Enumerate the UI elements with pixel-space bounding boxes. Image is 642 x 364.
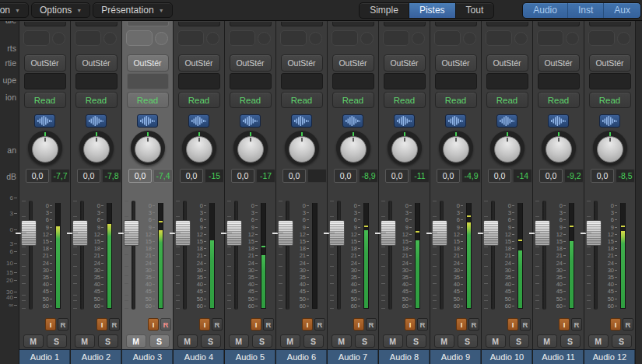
send-slot[interactable] xyxy=(332,30,358,46)
track-icon-button[interactable] xyxy=(240,114,261,128)
setting-slot[interactable] xyxy=(332,22,374,26)
automation-mode-button[interactable]: Read xyxy=(384,92,426,108)
record-enable-button[interactable]: R xyxy=(263,318,274,331)
send-knob[interactable] xyxy=(617,32,630,45)
mute-button[interactable]: M xyxy=(588,334,609,348)
pan-knob[interactable] xyxy=(490,131,524,165)
input-monitor-button[interactable]: I xyxy=(559,318,570,331)
record-enable-button[interactable]: R xyxy=(314,318,325,331)
automation-mode-button[interactable]: Read xyxy=(75,92,118,108)
input-monitor-button[interactable]: I xyxy=(610,318,621,331)
volume-display[interactable]: 0,0 xyxy=(591,169,614,183)
volume-display[interactable]: 0,0 xyxy=(231,169,254,183)
peak-display[interactable]: -7,4 xyxy=(153,169,173,183)
group-slot[interactable] xyxy=(384,73,426,89)
automation-mode-button[interactable]: Read xyxy=(435,92,477,108)
track-name[interactable]: Audio 8 xyxy=(379,349,430,364)
send-knob[interactable] xyxy=(463,32,476,45)
record-enable-button[interactable]: R xyxy=(468,318,479,331)
filter-aux-button[interactable]: Aux xyxy=(604,3,640,18)
output-button[interactable]: OutStér xyxy=(127,54,169,72)
input-monitor-button[interactable]: I xyxy=(456,318,467,331)
menu-presentation[interactable]: Présentation ▼ xyxy=(93,2,172,18)
solo-button[interactable]: S xyxy=(303,334,324,348)
filter-inst-button[interactable]: Inst xyxy=(568,3,604,18)
menu-edition[interactable]: ion ▼ xyxy=(0,2,29,18)
output-button[interactable]: OutStér xyxy=(24,54,66,72)
send-knob[interactable] xyxy=(360,32,374,45)
volume-display[interactable]: 0,0 xyxy=(77,169,100,183)
record-enable-button[interactable]: R xyxy=(520,318,531,331)
view-pistes-button[interactable]: Pistes xyxy=(409,3,456,18)
track-name[interactable]: Audio 11 xyxy=(533,349,584,364)
send-slot[interactable] xyxy=(75,30,101,46)
peak-display[interactable]: -15 xyxy=(205,169,224,183)
group-slot[interactable] xyxy=(589,73,631,89)
setting-slot[interactable] xyxy=(486,22,528,26)
group-slot[interactable] xyxy=(230,73,272,89)
view-tout-button[interactable]: Tout xyxy=(456,3,494,18)
mute-button[interactable]: M xyxy=(75,334,95,348)
solo-button[interactable]: S xyxy=(458,334,478,348)
track-icon-button[interactable] xyxy=(445,114,466,128)
input-monitor-button[interactable]: I xyxy=(199,318,210,331)
send-slot[interactable] xyxy=(23,30,50,46)
send-slot[interactable] xyxy=(383,30,409,46)
track-name[interactable]: Audio 7 xyxy=(328,349,378,364)
automation-mode-button[interactable]: Read xyxy=(178,92,220,108)
group-slot[interactable] xyxy=(281,73,323,89)
volume-display[interactable]: 0,0 xyxy=(385,169,409,183)
solo-button[interactable]: S xyxy=(509,334,529,348)
peak-display[interactable]: -8,9 xyxy=(359,169,378,183)
input-monitor-button[interactable]: I xyxy=(45,318,56,331)
send-knob[interactable] xyxy=(206,32,219,45)
peak-display[interactable]: -17 xyxy=(256,169,275,183)
automation-mode-button[interactable]: Read xyxy=(332,92,374,108)
filter-audio-button[interactable]: Audio xyxy=(523,3,568,18)
pan-knob[interactable] xyxy=(285,131,319,165)
track-name[interactable]: Audio 9 xyxy=(430,349,481,364)
volume-display[interactable]: 0,0 xyxy=(282,169,306,183)
send-slot[interactable] xyxy=(486,30,512,46)
record-enable-button[interactable]: R xyxy=(623,318,633,331)
output-button[interactable]: OutStér xyxy=(435,54,477,72)
automation-mode-button[interactable]: Read xyxy=(281,92,323,108)
volume-display[interactable]: 0,0 xyxy=(488,169,511,183)
send-knob[interactable] xyxy=(412,32,425,45)
automation-mode-button[interactable]: Read xyxy=(589,92,631,108)
input-monitor-button[interactable]: I xyxy=(148,318,159,331)
volume-display[interactable]: 0,0 xyxy=(437,169,460,183)
output-button[interactable]: OutStér xyxy=(178,54,220,72)
output-button[interactable]: OutStér xyxy=(281,54,323,72)
track-icon-button[interactable] xyxy=(188,114,209,128)
peak-display[interactable]: -4,9 xyxy=(461,169,481,183)
output-button[interactable]: OutStér xyxy=(486,54,528,72)
send-knob[interactable] xyxy=(566,32,579,45)
automation-mode-button[interactable]: Read xyxy=(230,92,272,108)
setting-slot[interactable] xyxy=(230,22,272,26)
input-monitor-button[interactable]: I xyxy=(251,318,261,331)
track-icon-button[interactable] xyxy=(291,114,312,128)
automation-mode-button[interactable]: Read xyxy=(127,92,169,108)
volume-display[interactable]: 0,0 xyxy=(539,169,563,183)
send-slot[interactable] xyxy=(434,30,461,46)
track-icon-button[interactable] xyxy=(394,114,415,128)
peak-display[interactable]: -11 xyxy=(410,169,430,183)
view-simple-button[interactable]: Simple xyxy=(360,3,409,18)
pan-knob[interactable] xyxy=(336,131,370,165)
send-slot[interactable] xyxy=(126,30,153,46)
output-button[interactable]: OutStér xyxy=(384,54,426,72)
track-name[interactable]: Audio 3 xyxy=(122,349,173,364)
solo-button[interactable]: S xyxy=(98,334,118,348)
pan-knob[interactable] xyxy=(28,131,62,165)
track-icon-button[interactable] xyxy=(599,114,620,128)
record-enable-button[interactable]: R xyxy=(571,318,582,331)
track-name[interactable]: Audio 2 xyxy=(71,349,121,364)
setting-slot[interactable] xyxy=(281,22,323,26)
mute-button[interactable]: M xyxy=(537,334,557,348)
input-monitor-button[interactable]: I xyxy=(353,318,364,331)
setting-slot[interactable] xyxy=(538,22,580,26)
group-slot[interactable] xyxy=(127,73,169,89)
track-name[interactable]: Audio 4 xyxy=(174,349,224,364)
record-enable-button[interactable]: R xyxy=(58,318,68,331)
